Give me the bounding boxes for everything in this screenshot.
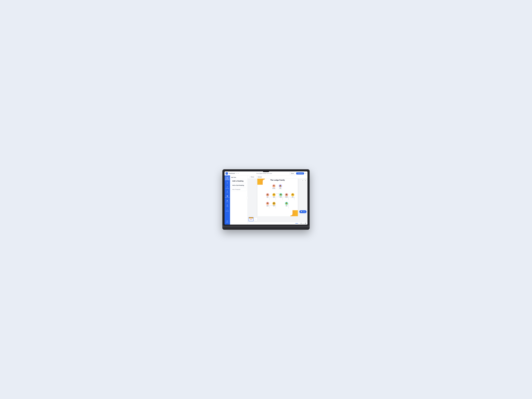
redo-icon[interactable]: ↪ <box>238 173 239 174</box>
canvas-area: ⤢ Resize ✧ Animate ⊕ <box>247 176 308 225</box>
resize-label: Resize <box>251 176 254 177</box>
fill-label: Fill <box>227 184 228 184</box>
panel-collapse-handle[interactable]: ‹ <box>247 196 248 200</box>
avatar-nathalie: 👧 <box>285 193 288 196</box>
share-button[interactable]: Share <box>290 172 295 175</box>
camera-notch <box>263 171 269 172</box>
add-page-button[interactable]: + <box>254 217 258 221</box>
background-label: Background <box>225 197 230 198</box>
templates-icon: ⊞ <box>227 177 228 179</box>
tables-icon: ⊞ <box>227 200 228 201</box>
add-canvas-btn[interactable]: ⊕ <box>302 179 304 182</box>
graphics-icon: ✦ <box>227 186 228 188</box>
document-title: Free Digital Family Tree Chart <box>240 173 289 174</box>
avatar-nora: 👩 <box>279 184 282 188</box>
background-icon: ▦ <box>227 195 228 197</box>
topbar-actions: Share Download ••• <box>290 172 306 175</box>
chat-label: Chat <box>303 211 305 212</box>
name-anthony: Anthony <box>272 188 275 189</box>
name-nora: Nora <box>279 188 281 189</box>
heading-option[interactable]: Add a Heading <box>231 179 247 183</box>
name-adam: Adam <box>273 197 275 197</box>
copy-canvas-btn[interactable]: ⧉ <box>304 179 307 182</box>
sidebar-item-graphics[interactable]: ✦ Graphics <box>225 185 230 190</box>
toolbar-row: ⤢ Resize ✧ Animate <box>247 176 308 179</box>
main-content: ⊞ Templates ✎ Fill ✦ Graphics T <box>224 176 308 225</box>
download-button[interactable]: Download <box>296 172 304 175</box>
avatar-ashton: 👦 <box>279 193 283 196</box>
person-anthony[interactable]: 👨 Anthony Grandfather <box>272 184 276 189</box>
dashboard-label[interactable]: Dashboard <box>229 173 235 174</box>
role-clark: Cousin <box>285 206 287 207</box>
person-nathalie[interactable]: 👧 Nathalie Aunt <box>285 193 288 198</box>
name-ben: Ben <box>292 197 293 197</box>
status-bar: 64% ∧ ⧉ <box>247 222 308 225</box>
laptop-outer: T Dashboard ↩ ↪ Free Digital Family Tree… <box>222 169 310 230</box>
role-ashton: Uncle <box>280 197 281 198</box>
sidebar-item-tables[interactable]: ⊞ Tables <box>225 199 230 203</box>
sidebar-item-more[interactable]: ••• More <box>226 220 229 224</box>
logo-label: Logo <box>226 206 228 207</box>
avatar-gwen: 👩 <box>266 193 269 196</box>
chat-button[interactable]: 💬 Chat <box>299 210 306 213</box>
sidebar-item-fill[interactable]: ✎ Fill <box>225 181 230 185</box>
more-icon: ••• <box>227 220 228 222</box>
role-ben: Aunt's Husband <box>291 197 295 198</box>
person-adam[interactable]: 👨 Adam Father <box>272 193 276 198</box>
animate-label: Animate <box>258 176 262 177</box>
person-nora[interactable]: 👩 Nora Grandmother <box>279 184 282 189</box>
laptop-bottom <box>222 227 310 230</box>
sidebar-item-text[interactable]: T Text <box>225 190 230 194</box>
resize-icon: ⤢ <box>249 176 250 178</box>
more-options-icon[interactable]: ••• <box>305 173 306 174</box>
canvas-actions: ⊕ ⧉ <box>302 179 307 182</box>
person-janine[interactable]: 👧 Janine Me <box>272 202 276 207</box>
name-james: James <box>266 205 269 206</box>
role-nora: Grandmother <box>279 189 282 189</box>
thumbnail-1[interactable]: The Lodge Family <box>249 217 253 221</box>
role-anthony: Grandfather <box>272 189 275 189</box>
sidebar-item-templates[interactable]: ⊞ Templates <box>225 176 230 180</box>
sidebar-item-background[interactable]: ▦ Background <box>225 194 230 199</box>
graphics-label: Graphics <box>226 188 229 189</box>
subheading-option[interactable]: Add a Sub-Heading <box>231 184 247 187</box>
screen-bezel: T Dashboard ↩ ↪ Free Digital Family Tree… <box>224 171 308 225</box>
avatar-adam: 👨 <box>272 193 276 196</box>
sidebar-item-logo[interactable]: ◎ Logo <box>225 203 230 208</box>
canvas-main[interactable]: ⊕ ⧉ <box>247 179 308 216</box>
undo-icon[interactable]: ↩ <box>236 173 237 174</box>
name-gwen: Gwen <box>267 197 269 197</box>
role-janine: Me <box>273 206 274 207</box>
sidebar-item-uploads[interactable]: ↑ Uploads <box>225 208 230 212</box>
person-clark[interactable]: 👦 Clark Cousin <box>285 202 288 207</box>
zoom-chevron[interactable]: ∧ <box>303 223 304 224</box>
tables-label: Tables <box>226 202 228 203</box>
page-indicator[interactable]: ⧉ <box>304 223 306 224</box>
avatar-anthony: 👨 <box>272 184 276 188</box>
uploads-icon: ↑ <box>227 209 228 210</box>
name-nathalie: Nathalie <box>285 197 288 197</box>
paragraph-option[interactable]: Add a Paragraph <box>231 188 247 191</box>
person-ben[interactable]: 👨 Ben Aunt's Husband <box>291 193 295 198</box>
avatar-james: 👦 <box>266 202 269 205</box>
person-james[interactable]: 👦 James Brother <box>266 202 269 207</box>
name-clark: Clark <box>285 205 287 206</box>
person-ashton[interactable]: 👦 Ashton Uncle <box>279 193 283 198</box>
role-james: Brother <box>266 206 268 207</box>
uploads-label: Uploads <box>226 211 229 212</box>
zoom-bar-fill <box>295 223 298 223</box>
undo-redo-group: ↩ ↪ <box>236 173 239 174</box>
zoom-level-label: 64% <box>300 223 302 224</box>
avatar-ben: 👨 <box>291 193 294 196</box>
laptop-screen: T Dashboard ↩ ↪ Free Digital Family Tree… <box>224 171 308 225</box>
fill-icon: ✎ <box>227 182 228 183</box>
avatar-janine: 👧 <box>272 202 276 205</box>
resize-tool[interactable]: ⤢ Resize <box>249 176 255 178</box>
thumbnail-strip: The Lodge Family + <box>247 216 308 222</box>
laptop-base <box>222 225 310 227</box>
person-gwen[interactable]: 👩 Gwen Mother <box>266 193 269 198</box>
canvas-document: The Lodge Family <box>257 179 298 216</box>
name-janine: Janine <box>273 205 275 206</box>
animate-tool[interactable]: ✧ Animate <box>256 176 262 178</box>
more-label: More <box>226 222 228 223</box>
